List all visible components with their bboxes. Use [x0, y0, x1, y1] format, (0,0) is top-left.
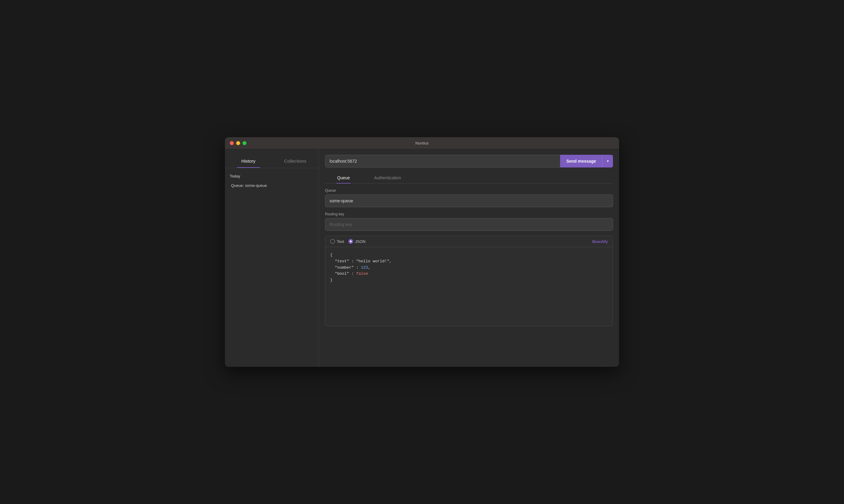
sidebar-content: Today Queue: some-queue [225, 168, 318, 196]
radio-text-option[interactable]: Text [330, 239, 344, 244]
tab-history[interactable]: History [225, 155, 272, 168]
queue-form: Queue Routing key [325, 188, 613, 231]
queue-input[interactable] [325, 195, 613, 207]
tab-collections[interactable]: Collections [272, 155, 319, 168]
send-dropdown-button[interactable]: ▾ [602, 155, 613, 167]
radio-json-circle [348, 239, 353, 244]
url-row: Send message ▾ [325, 155, 613, 167]
routing-key-input[interactable] [325, 218, 613, 231]
radio-json-option[interactable]: JSON [348, 239, 366, 244]
radio-text-circle [330, 239, 335, 244]
body-section: Text JSON Beautify { "test" : "hello wor… [325, 236, 613, 326]
minimize-button[interactable] [236, 141, 240, 145]
main-area: Send message ▾ Queue Authentication Queu… [319, 149, 619, 367]
code-line-2: "test" : "hello world!", [330, 258, 608, 265]
sidebar-tabs: History Collections [225, 149, 318, 168]
code-line-3: "number" : 123, [330, 265, 608, 271]
titlebar: Nuntius [225, 137, 619, 149]
maximize-button[interactable] [243, 141, 246, 145]
history-item[interactable]: Queue: some-queue [230, 181, 314, 190]
routing-key-field-wrapper: Routing key [325, 212, 613, 231]
queue-field-wrapper: Queue [325, 188, 613, 207]
format-radio-group: Text JSON [330, 239, 366, 244]
code-line-1: { [330, 252, 608, 258]
tab-authentication[interactable]: Authentication [362, 172, 413, 183]
app-window: Nuntius History Collections Today Queue:… [225, 137, 619, 367]
body-header: Text JSON Beautify [325, 236, 613, 247]
sidebar: History Collections Today Queue: some-qu… [225, 149, 319, 367]
app-body: History Collections Today Queue: some-qu… [225, 149, 619, 367]
section-today-label: Today [230, 174, 314, 178]
window-title: Nuntius [415, 141, 429, 145]
radio-text-label: Text [337, 239, 344, 244]
radio-json-label: JSON [355, 239, 366, 244]
traffic-lights [230, 141, 246, 145]
queue-label: Queue [325, 188, 613, 193]
code-line-5: } [330, 277, 608, 284]
tab-queue[interactable]: Queue [325, 172, 362, 183]
send-message-button[interactable]: Send message [560, 155, 602, 167]
routing-key-label: Routing key [325, 212, 613, 216]
code-line-4: "bool" : false [330, 271, 608, 277]
url-input[interactable] [325, 155, 560, 167]
close-button[interactable] [230, 141, 234, 145]
beautify-button[interactable]: Beautify [592, 239, 608, 244]
chevron-down-icon: ▾ [607, 159, 609, 163]
main-tabs: Queue Authentication [325, 172, 613, 183]
code-editor[interactable]: { "test" : "hello world!", "number" : 12… [325, 247, 613, 326]
